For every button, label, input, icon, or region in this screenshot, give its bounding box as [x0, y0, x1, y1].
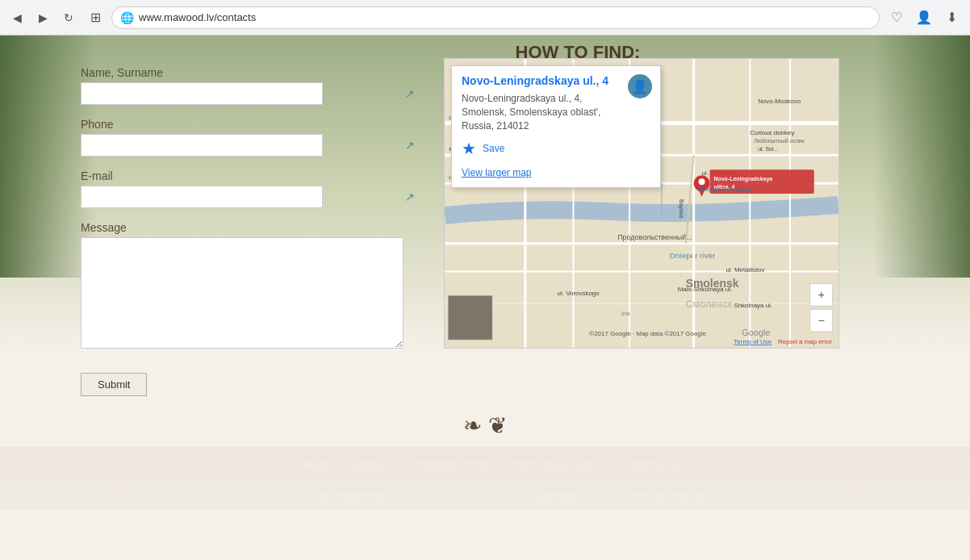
email-group: E-mail ↗	[81, 169, 420, 208]
svg-text:Novo-Leningradskaya: Novo-Leningradskaya	[714, 176, 773, 182]
svg-text:Bolshaya Sovetskaya: Bolshaya Sovetskaya	[698, 186, 752, 193]
message-label: Message	[81, 221, 420, 234]
svg-text:Смоленск: Смоленск	[686, 299, 733, 310]
svg-text:Curious donkey: Curious donkey	[750, 129, 794, 136]
svg-text:Google: Google	[742, 328, 770, 337]
person-button[interactable]: 👤	[912, 6, 936, 30]
phone-label: Phone	[81, 118, 420, 131]
map-popup: Novo-Leningradskaya ul., 4 👤 Novo-Lening…	[451, 65, 661, 188]
svg-text:Smolensk: Smolensk	[686, 277, 739, 290]
svg-text:+: +	[818, 288, 825, 301]
map-container: Dnieper river	[444, 58, 889, 396]
forward-button[interactable]: ▶	[32, 7, 53, 28]
svg-text:ul. Metallistov: ul. Metallistov	[725, 266, 764, 274]
name-label: Name, Surname	[81, 66, 420, 79]
globe-icon: 🌐	[120, 11, 134, 24]
email-input-wrapper: ↗	[81, 186, 420, 208]
phone-arrow-icon: ↗	[405, 139, 415, 152]
svg-text:ina: ina	[621, 310, 630, 317]
phone-input[interactable]	[81, 134, 323, 157]
phone-group: Phone ↗	[81, 118, 420, 157]
favorite-button[interactable]: ♡	[884, 6, 909, 30]
phone-input-wrapper: ↗	[81, 134, 420, 157]
svg-rect-36	[448, 295, 492, 340]
main-container: Name, Surname ↗ Phone ↗ E-mail ↗	[0, 66, 970, 396]
divider-section: ❧ ❦	[0, 396, 970, 447]
svg-text:Любопытный ослик: Любопытный ослик	[754, 138, 805, 144]
refresh-button[interactable]: ↻	[58, 7, 79, 28]
page-content: HOW TO FIND: Name, Surname ↗ Phone ↗ E-m…	[0, 36, 970, 560]
address-bar: 🌐	[111, 6, 880, 29]
svg-text:ul. Sol...: ul. Sol...	[758, 146, 778, 152]
browser-chrome: ◀ ▶ ↻ ⊞ 🌐 ♡ 👤 ⬇	[0, 0, 970, 36]
map-popup-address: Novo-Leningradskaya ul., 4, Smolensk, Sm…	[462, 92, 650, 132]
back-button[interactable]: ◀	[6, 7, 27, 28]
contact-form: Name, Surname ↗ Phone ↗ E-mail ↗	[81, 66, 420, 396]
svg-text:Bayava: Bayava	[678, 199, 684, 218]
download-button[interactable]: ⬇	[939, 6, 964, 30]
url-input[interactable]	[139, 11, 871, 23]
map-wrapper[interactable]: Dnieper river	[444, 58, 839, 349]
name-input[interactable]	[81, 82, 323, 105]
ornament-icon: ❧ ❦	[463, 413, 507, 438]
submit-button[interactable]: Submit	[81, 373, 147, 396]
message-group: Message	[81, 221, 420, 352]
name-input-wrapper: ↗	[81, 82, 420, 105]
grid-button[interactable]: ⊞	[84, 6, 107, 29]
browser-actions: ♡ 👤 ⬇	[884, 6, 964, 30]
svg-text:−: −	[818, 314, 825, 327]
svg-text:Report a map error: Report a map error	[778, 338, 832, 345]
name-group: Name, Surname ↗	[81, 66, 420, 105]
svg-text:Shkolnaya ul.: Shkolnaya ul.	[734, 302, 772, 309]
map-popup-actions: ★ Save	[462, 139, 650, 158]
email-arrow-icon: ↗	[405, 190, 415, 203]
map-popup-title: Novo-Leningradskaya ul., 4	[462, 74, 650, 87]
svg-point-31	[699, 178, 705, 185]
email-input[interactable]	[81, 186, 323, 208]
name-arrow-icon: ↗	[405, 87, 415, 100]
view-larger-link[interactable]: View larger map	[462, 167, 531, 178]
svg-text:Terms of Use: Terms of Use	[734, 338, 771, 345]
message-textarea[interactable]	[81, 237, 403, 349]
svg-text:©2017 Google · Map data ©2017 : ©2017 Google · Map data ©2017 Google	[589, 330, 706, 337]
save-label[interactable]: Save	[483, 143, 504, 154]
email-label: E-mail	[81, 169, 420, 182]
svg-text:Продовольственный...: Продовольственный...	[617, 233, 692, 241]
svg-text:ul. Vorovskogo: ul. Vorovskogo	[558, 290, 600, 297]
map-popup-avatar: 👤	[628, 74, 652, 98]
star-icon[interactable]: ★	[462, 139, 476, 158]
svg-text:Novo-Moskovo: Novo-Moskovo	[758, 98, 801, 105]
